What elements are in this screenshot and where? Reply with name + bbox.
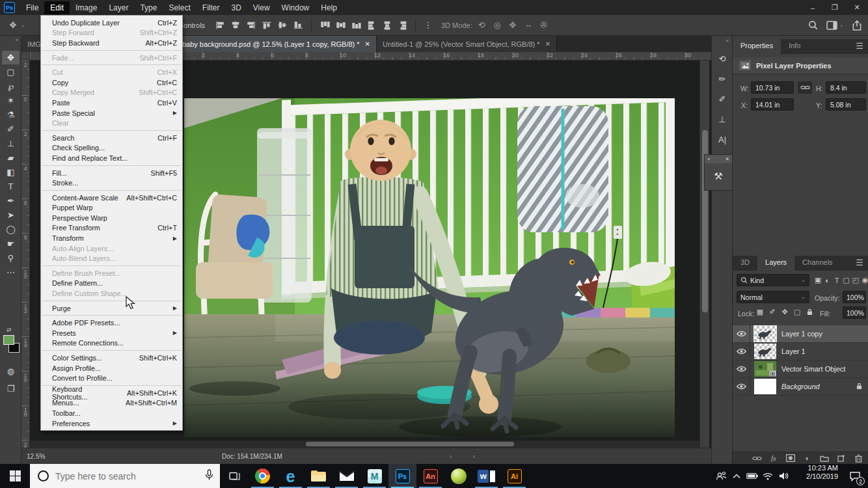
menubar-item-edit[interactable]: Edit bbox=[44, 1, 70, 14]
gradient-tool-icon[interactable]: ◧ bbox=[2, 165, 20, 179]
fill-dropdown[interactable]: 100%⌄ bbox=[843, 306, 866, 319]
menu-item-content-aware-scale[interactable]: Content-Aware ScaleAlt+Shift+Ctrl+C bbox=[41, 193, 182, 203]
opacity-dropdown[interactable]: 100%⌄ bbox=[843, 291, 866, 303]
layer-visibility-icon[interactable] bbox=[733, 378, 750, 396]
distribute-top-icon[interactable] bbox=[318, 20, 333, 31]
menu-item-paste[interactable]: PasteCtrl+V bbox=[41, 98, 182, 108]
eraser-tool-icon[interactable]: ▰ bbox=[2, 151, 20, 165]
align-right-edges-icon[interactable] bbox=[243, 20, 259, 31]
menu-item-toolbar[interactable]: Toolbar... bbox=[41, 408, 182, 418]
layer-group-icon[interactable] bbox=[819, 453, 830, 463]
lock-artboard-icon[interactable]: ▢ bbox=[792, 306, 802, 318]
menu-item-fill[interactable]: Fill...Shift+F5 bbox=[41, 168, 182, 178]
hand-tool-icon[interactable]: ☛ bbox=[2, 237, 20, 251]
lock-paint-icon[interactable]: ✐ bbox=[767, 306, 778, 318]
adjustment-layer-icon[interactable]: ◐ bbox=[802, 453, 813, 463]
share-icon[interactable] bbox=[852, 15, 861, 35]
edge-taskbar-icon[interactable]: e bbox=[277, 464, 305, 488]
menu-item-preferences[interactable]: Preferences▶ bbox=[41, 418, 182, 429]
menubar-item-help[interactable]: Help bbox=[315, 1, 343, 14]
menubar-item-3d[interactable]: 3D bbox=[225, 1, 247, 14]
new-layer-icon[interactable] bbox=[835, 453, 847, 463]
tab-3d[interactable]: 3D bbox=[733, 256, 757, 271]
layer-mask-icon[interactable] bbox=[785, 453, 796, 463]
ruler-origin[interactable] bbox=[21, 52, 30, 61]
menu-item-undo-duplicate-layer[interactable]: Undo Duplicate LayerCtrl+Z bbox=[41, 18, 182, 28]
menu-item-color-settings[interactable]: Color Settings...Shift+Ctrl+K bbox=[41, 353, 182, 363]
swap-colors-icon[interactable]: ⇄ bbox=[7, 327, 12, 333]
layer-visibility-icon[interactable] bbox=[733, 325, 750, 343]
history-panel-icon[interactable]: ⟲ bbox=[712, 54, 733, 64]
menu-item-keyboard-shortcuts[interactable]: Keyboard Shortcuts...Alt+Shift+Ctrl+K bbox=[41, 388, 182, 398]
restore-icon[interactable]: ❐ bbox=[824, 0, 846, 15]
lock-transparent-icon[interactable]: ▦ bbox=[755, 306, 765, 318]
3d-rotate-icon[interactable]: ⟲ bbox=[474, 20, 489, 30]
filter-pin-icon[interactable]: ◉ bbox=[860, 275, 868, 286]
eyedropper-tool-icon[interactable]: ⚗ bbox=[2, 108, 20, 122]
layer-thumbnail[interactable] bbox=[754, 344, 776, 359]
vertical-ruler[interactable]: 2024681 01 21 41 61 82 0 bbox=[21, 61, 30, 448]
close-tab-icon[interactable]: ✕ bbox=[545, 40, 550, 47]
distribute-right-icon[interactable] bbox=[396, 20, 411, 31]
close-tab-icon[interactable]: ✕ bbox=[365, 40, 370, 47]
people-icon[interactable] bbox=[713, 471, 729, 481]
menu-item-check-spelling[interactable]: Check Spelling... bbox=[41, 143, 182, 154]
menubar-item-layer[interactable]: Layer bbox=[103, 1, 134, 14]
sphere-taskbar-icon[interactable] bbox=[444, 464, 472, 488]
menu-item-free-transform[interactable]: Free TransformCtrl+T bbox=[41, 223, 182, 234]
clone-stamp-tool-icon[interactable]: ⊥ bbox=[2, 137, 20, 150]
horizontal-scrollbar[interactable] bbox=[30, 441, 699, 448]
search-input[interactable] bbox=[55, 471, 185, 481]
menu-item-stroke[interactable]: Stroke... bbox=[41, 178, 182, 188]
close-icon[interactable]: ✕ bbox=[846, 0, 868, 15]
options-more-icon[interactable]: ⋮ bbox=[420, 15, 436, 35]
menu-item-purge[interactable]: Purge▶ bbox=[41, 303, 182, 314]
align-top-edges-icon[interactable] bbox=[259, 20, 275, 31]
menu-item-search[interactable]: SearchCtrl+F bbox=[41, 133, 182, 143]
layer-thumbnail[interactable] bbox=[754, 379, 776, 394]
tab-info[interactable]: Info bbox=[781, 39, 808, 54]
pen-tool-icon[interactable]: ✒ bbox=[2, 194, 20, 208]
3d-roll-icon[interactable]: ◎ bbox=[489, 20, 505, 30]
document-tab-3[interactable]: Untitled-1 @ 25% (Vector Smart Object, R… bbox=[377, 36, 557, 52]
layer-row-vector-smart-object[interactable]: Vector Smart Object bbox=[733, 360, 868, 378]
menu-item-remote-connections[interactable]: Remote Connections... bbox=[41, 338, 182, 349]
start-button[interactable] bbox=[0, 464, 30, 488]
x-field[interactable]: 14.01 in bbox=[751, 98, 794, 111]
menu-item-copy[interactable]: CopyCtrl+C bbox=[41, 77, 182, 88]
clone-source-panel-icon[interactable]: ⊥ bbox=[712, 115, 733, 124]
distribute-bottom-icon[interactable] bbox=[349, 20, 364, 31]
layer-filter-kind-dropdown[interactable]: Kind⌄ bbox=[737, 274, 809, 286]
word-taskbar-icon[interactable]: w bbox=[472, 464, 500, 488]
menu-item-perspective-warp[interactable]: Perspective Warp bbox=[41, 213, 182, 223]
menu-item-step-backward[interactable]: Step BackwardAlt+Ctrl+Z bbox=[41, 38, 182, 48]
workspace-icon[interactable]: ⌄ bbox=[826, 15, 844, 35]
shape-tool-icon[interactable]: ◯ bbox=[2, 223, 20, 236]
move-tool-option-icon[interactable]: ✥⌄ bbox=[5, 15, 25, 35]
quick-selection-tool-icon[interactable]: ✶ bbox=[2, 94, 20, 107]
battery-icon[interactable] bbox=[744, 472, 760, 480]
microphone-icon[interactable] bbox=[205, 469, 213, 483]
menubar-item-filter[interactable]: Filter bbox=[197, 1, 226, 14]
lasso-tool-icon[interactable]: ℘ bbox=[2, 79, 20, 93]
character-panel-icon[interactable]: A| bbox=[712, 135, 733, 144]
layer-row-background[interactable]: Background bbox=[733, 378, 868, 396]
mail-taskbar-icon[interactable] bbox=[332, 464, 360, 488]
expand-panel-icon[interactable]: » bbox=[707, 156, 710, 162]
taskbar-search[interactable] bbox=[30, 464, 220, 488]
layer-effects-icon[interactable]: fx bbox=[768, 453, 780, 463]
photoshop-taskbar-icon[interactable]: Ps bbox=[388, 464, 416, 488]
blend-mode-dropdown[interactable]: Normal⌄ bbox=[737, 291, 809, 303]
layer-visibility-icon[interactable] bbox=[733, 360, 750, 378]
layer-visibility-icon[interactable] bbox=[733, 343, 750, 360]
brushes-panel-icon[interactable]: ✐ bbox=[712, 94, 733, 104]
menu-item-find-and-replace-text[interactable]: Find and Replace Text... bbox=[41, 153, 182, 163]
lock-move-icon[interactable]: ✥ bbox=[780, 306, 790, 318]
screen-mode-icon[interactable]: ❐ bbox=[2, 382, 20, 396]
menu-item-adobe-pdf-presets[interactable]: Adobe PDF Presets... bbox=[41, 318, 182, 328]
collapse-panels-icon[interactable]: « bbox=[726, 38, 729, 44]
horizontal-scrollbar-thumb[interactable] bbox=[306, 442, 514, 446]
align-horizontal-centers-icon[interactable] bbox=[228, 20, 243, 31]
menu-item-convert-to-profile[interactable]: Convert to Profile... bbox=[41, 373, 182, 383]
layer-thumbnail[interactable] bbox=[754, 326, 776, 342]
